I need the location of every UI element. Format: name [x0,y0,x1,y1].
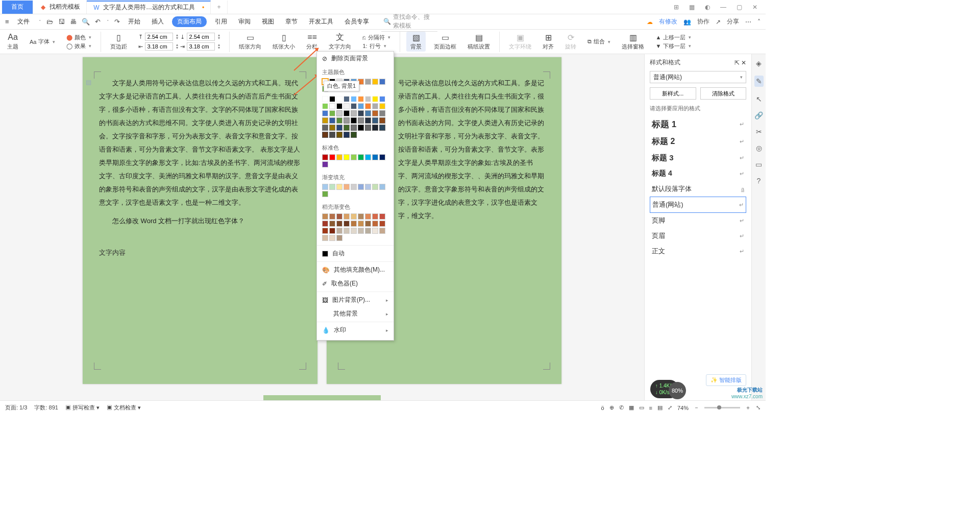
view-page-icon[interactable]: ▭ [639,404,644,411]
status-spell[interactable]: ▣ 拼写检查 ▾ [65,404,100,412]
color-swatch[interactable] [344,132,350,138]
color-swatch[interactable] [365,221,371,227]
status-words[interactable]: 字数: 891 [34,404,58,412]
color-swatch[interactable] [372,125,378,131]
status-grid-icon[interactable]: ▦ [629,404,634,411]
color-swatch[interactable] [336,110,342,116]
share-link[interactable]: 分享 [727,17,739,26]
style-body[interactable]: 正文↵ [650,244,746,259]
remove-bg[interactable]: ⊘删除页面背景 [317,52,394,65]
menu-pagelayout[interactable]: 页面布局 [172,16,207,27]
maximize-button[interactable]: ▢ [734,3,744,12]
color-swatch[interactable] [365,184,371,190]
side-link-icon[interactable]: 🔗 [754,111,763,119]
rb-lineno[interactable]: 1:行号▾ [362,42,390,50]
color-swatch[interactable] [372,154,378,160]
coop-link[interactable]: 协作 [697,17,709,26]
color-swatch[interactable] [329,132,335,138]
rb-font[interactable]: Aa字体▾ [30,38,55,45]
current-style-select[interactable]: 普通(网站)▾ [650,71,746,83]
color-swatch[interactable] [351,184,357,190]
rb-orient[interactable]: ▭纸张方向 [236,33,264,51]
color-swatch[interactable] [329,184,335,190]
menu-review[interactable]: 审阅 [235,16,254,27]
color-swatch[interactable] [344,125,350,131]
color-swatch[interactable] [358,117,364,124]
color-swatch[interactable] [329,117,335,124]
margin-top-input[interactable] [145,33,173,41]
color-swatch[interactable] [322,235,328,241]
page-1[interactable]: ▤ 文字是人类用符号记录表达信息以传之久远的方式和工具。现代文字大多是记录语言的… [83,57,317,384]
style-h4[interactable]: 标题 4↵ [650,166,746,181]
color-swatch[interactable] [336,103,342,109]
menu-dev[interactable]: 开发工具 [306,16,336,27]
watermark[interactable]: 💧水印▸ [317,323,394,337]
menu-chapter[interactable]: 章节 [282,16,301,27]
side-clip-icon[interactable]: ✂ [756,128,762,136]
color-swatch[interactable] [365,79,371,85]
command-search[interactable]: 🔍查找命令、搜索模板 [381,12,437,32]
rb-effect[interactable]: ◯效果▾ [66,42,91,50]
color-swatch[interactable] [336,228,342,234]
view-outline-icon[interactable]: ≡ [649,405,652,411]
rb-background[interactable]: ▧背景 [406,32,426,52]
color-swatch[interactable] [329,154,335,160]
color-swatch[interactable] [358,154,364,160]
color-swatch[interactable] [344,228,350,234]
color-swatch[interactable] [379,154,385,160]
color-swatch[interactable] [322,117,328,124]
color-swatch[interactable] [322,110,328,116]
status-page[interactable]: 页面: 1/3 [5,404,27,412]
color-swatch[interactable] [322,154,328,160]
rb-color[interactable]: ⬤颜色▾ [66,34,91,41]
color-swatch[interactable] [336,96,342,102]
panel-close-icon[interactable]: ✕ [741,59,746,66]
rb-size[interactable]: ▯纸张大小 [270,33,298,51]
view-web-icon[interactable]: ▤ [657,404,663,411]
color-swatch[interactable] [372,184,378,190]
margin-right-input[interactable] [187,42,215,51]
color-swatch[interactable] [379,184,385,190]
side-diamond-icon[interactable]: ◈ [756,59,762,67]
style-h2[interactable]: 标题 2↵ [650,133,746,150]
color-swatch[interactable] [372,110,378,116]
color-swatch[interactable] [322,184,328,190]
status-globe-icon[interactable]: ⊕ [609,404,614,411]
color-swatch[interactable] [351,110,357,116]
file-menu[interactable]: 文件 [14,16,33,27]
color-swatch[interactable] [358,125,364,131]
color-swatch[interactable] [329,96,335,102]
rb-selpane[interactable]: ▥选择窗格 [619,33,647,51]
color-swatch[interactable] [329,213,335,220]
side-book-icon[interactable]: ▭ [755,160,762,168]
color-swatch[interactable] [344,96,350,102]
color-swatch[interactable] [329,110,335,116]
rb-theme[interactable]: Aa主题 [4,33,21,51]
color-swatch[interactable] [336,184,342,190]
color-swatch[interactable] [372,228,378,234]
save-icon[interactable]: 🖫 [58,18,65,26]
zoom-in[interactable]: ＋ [745,404,751,412]
color-swatch[interactable] [358,103,364,109]
menu-vip[interactable]: 会员专享 [341,16,372,27]
color-swatch[interactable] [372,117,378,124]
cloud-sync-icon[interactable]: ☁ [647,18,653,26]
zoom-slider[interactable] [704,407,740,408]
style-footer[interactable]: 页脚↵ [650,213,746,228]
color-swatch[interactable] [329,228,335,234]
color-swatch[interactable] [372,103,378,109]
color-swatch[interactable] [372,96,378,102]
more-fill-colors[interactable]: 🎨其他填充颜色(M)... [317,263,394,277]
color-swatch[interactable] [329,103,335,109]
color-swatch[interactable] [344,117,350,124]
color-swatch[interactable] [351,117,357,124]
color-swatch[interactable] [322,125,328,131]
zoom-value[interactable]: 74% [677,405,689,411]
pending-changes[interactable]: 有修改 [659,17,677,26]
menu-insert[interactable]: 插入 [149,16,167,27]
color-swatch[interactable] [365,154,371,160]
color-swatch[interactable] [372,213,378,220]
color-swatch[interactable] [322,228,328,234]
rb-paper[interactable]: ▤稿纸设置 [464,33,493,51]
open-icon[interactable]: 🗁 [46,18,53,26]
